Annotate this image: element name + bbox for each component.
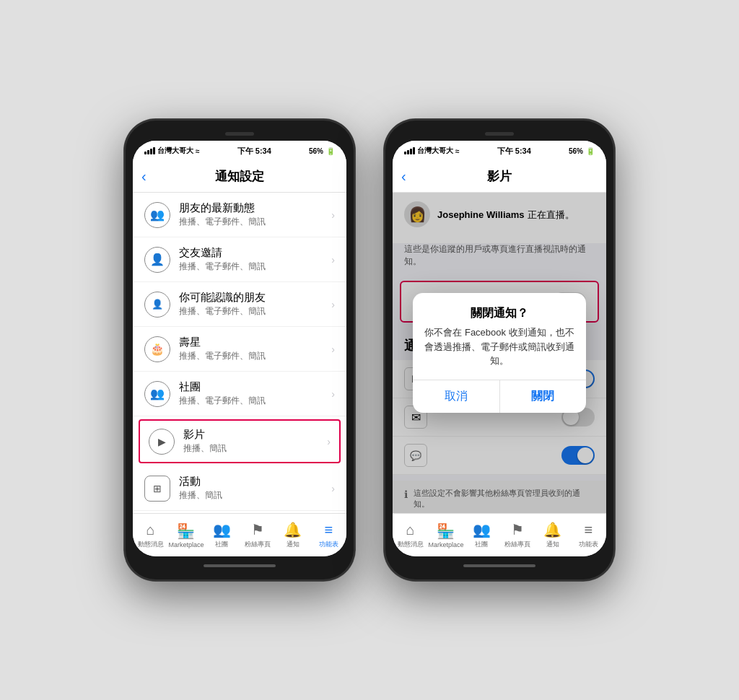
carrier-left: 台灣大哥大 <box>157 146 193 156</box>
tab-groups-label-right: 社團 <box>475 540 488 549</box>
nav-header-left: ‹ 通知設定 <box>133 161 346 193</box>
home-indicator-area-right <box>393 559 606 572</box>
tab-pages-left[interactable]: ⚑ 粉絲專頁 <box>240 514 275 556</box>
settings-item-groups[interactable]: 👥 社團 推播、電子郵件、簡訊 › <box>133 372 346 416</box>
tab-marketplace-right[interactable]: 🏪 Marketplace <box>428 514 463 556</box>
tab-notifications-icon-left: 🔔 <box>284 521 302 538</box>
settings-item-pages-managed[interactable]: ⊡ 你管理的粉絲專頁 推播、電子郵件、簡訊 › <box>133 511 346 513</box>
tab-pages-right[interactable]: ⚑ 粉絲專頁 <box>499 514 535 556</box>
status-left-right: 台灣大哥大 ≈ <box>404 146 460 156</box>
notch-area-right <box>393 128 606 139</box>
friends-activity-icon: 👥 <box>144 202 170 228</box>
settings-text-videos: 影片 推播、簡訊 <box>183 428 327 455</box>
chevron-friends: › <box>331 209 335 221</box>
status-left-left: 台灣大哥大 ≈ <box>144 146 200 156</box>
groups-sublabel: 推播、電子郵件、簡訊 <box>179 395 331 407</box>
tab-pages-icon-right: ⚑ <box>511 521 524 538</box>
people-know-label: 你可能認識的朋友 <box>179 291 331 305</box>
speaker-left <box>225 132 254 136</box>
screen-right: 台灣大哥大 ≈ 下午 5:34 56% 🔋 ‹ 影片 👩 <box>393 141 606 556</box>
birthdays-label: 壽星 <box>179 336 331 349</box>
people-know-icon: 👤 <box>144 292 170 318</box>
tab-notifications-right[interactable]: 🔔 通知 <box>535 514 570 556</box>
chevron-videos: › <box>327 436 331 447</box>
tab-notifications-left[interactable]: 🔔 通知 <box>275 514 310 556</box>
invitations-label: 交友邀請 <box>179 246 331 260</box>
chevron-birthdays: › <box>331 344 335 355</box>
dialog-buttons: 取消 關閉 <box>413 380 586 413</box>
settings-list-left: 👥 朋友的最新動態 推播、電子郵件、簡訊 › 👤 交友邀請 推播、電子郵件、簡訊 <box>133 193 346 513</box>
tab-groups-icon-right: 👥 <box>473 521 491 538</box>
settings-item-people-know[interactable]: 👤 你可能認識的朋友 推播、電子郵件、簡訊 › <box>133 282 346 327</box>
tab-marketplace-label-left: Marketplace <box>168 541 204 548</box>
tab-groups-left[interactable]: 👥 社團 <box>204 514 240 556</box>
dialog-confirm-button[interactable]: 關閉 <box>499 380 587 413</box>
tab-groups-right[interactable]: 👥 社團 <box>464 514 499 556</box>
tab-marketplace-label-right: Marketplace <box>428 541 463 548</box>
tab-pages-icon-left: ⚑ <box>251 521 264 538</box>
right-phone: 台灣大哥大 ≈ 下午 5:34 56% 🔋 ‹ 影片 👩 <box>384 119 615 581</box>
tab-home-icon-right: ⌂ <box>406 522 415 538</box>
time-left: 下午 5:34 <box>237 146 271 157</box>
phones-container: 台灣大哥大 ≈ 下午 5:34 56% 🔋 ‹ 通知設定 👥 <box>110 105 629 595</box>
nav-title-right: 影片 <box>487 168 512 185</box>
friends-activity-label: 朋友的最新動態 <box>179 201 331 215</box>
status-bar-right: 台灣大哥大 ≈ 下午 5:34 56% 🔋 <box>393 141 606 161</box>
speaker-right <box>485 132 514 136</box>
back-button-right[interactable]: ‹ <box>401 168 406 185</box>
settings-item-events[interactable]: ⊞ 活動 推播、簡訊 › <box>133 466 346 511</box>
chevron-people-know: › <box>331 299 335 310</box>
groups-label: 社團 <box>179 380 331 394</box>
settings-item-invitations[interactable]: 👤 交友邀請 推播、電子郵件、簡訊 › <box>133 237 346 282</box>
tab-bar-left: ⌂ 動態消息 🏪 Marketplace 👥 社團 ⚑ 粉絲專頁 🔔 <box>133 513 346 556</box>
invitations-sublabel: 推播、電子郵件、簡訊 <box>179 261 331 273</box>
home-indicator-left <box>204 564 276 567</box>
tab-menu-icon-right: ≡ <box>584 522 592 538</box>
videos-icon: ▶ <box>149 429 175 455</box>
tab-menu-label-left: 功能表 <box>319 540 338 549</box>
tab-menu-right[interactable]: ≡ 功能表 <box>571 514 606 556</box>
tab-bar-right: ⌂ 動態消息 🏪 Marketplace 👥 社團 ⚑ 粉絲專頁 🔔 <box>393 513 606 556</box>
settings-item-friends-activity[interactable]: 👥 朋友的最新動態 推播、電子郵件、簡訊 › <box>133 193 346 237</box>
time-right: 下午 5:34 <box>497 146 531 157</box>
tab-menu-left[interactable]: ≡ 功能表 <box>311 514 346 556</box>
screen-content-right[interactable]: 👩 Josephine Williams 正在直播。 這些是你追蹤的用戶或專頁進… <box>393 193 606 513</box>
carrier-right: 台灣大哥大 <box>417 146 453 156</box>
tab-menu-label-right: 功能表 <box>579 540 598 549</box>
tab-groups-label-left: 社團 <box>215 540 228 549</box>
tab-marketplace-left[interactable]: 🏪 Marketplace <box>168 514 204 556</box>
signal-icon-right <box>404 147 415 154</box>
tab-home-right[interactable]: ⌂ 動態消息 <box>393 514 428 556</box>
videos-sublabel: 推播、簡訊 <box>183 442 327 455</box>
left-phone: 台灣大哥大 ≈ 下午 5:34 56% 🔋 ‹ 通知設定 👥 <box>124 119 355 581</box>
tab-marketplace-icon-right: 🏪 <box>437 522 455 540</box>
chevron-invitations: › <box>331 254 335 266</box>
tab-home-left[interactable]: ⌂ 動態消息 <box>133 514 168 556</box>
friends-activity-sublabel: 推播、電子郵件、簡訊 <box>179 216 331 228</box>
groups-icon: 👥 <box>144 381 170 407</box>
tab-notifications-icon-right: 🔔 <box>543 521 561 538</box>
settings-item-videos[interactable]: ▶ 影片 推播、簡訊 › <box>139 419 341 463</box>
battery-icon-right: 🔋 <box>586 147 595 155</box>
battery-icon-left: 🔋 <box>326 147 335 155</box>
events-sublabel: 推播、簡訊 <box>179 489 331 502</box>
birthdays-icon: 🎂 <box>144 336 170 362</box>
settings-text-people-know: 你可能認識的朋友 推播、電子郵件、簡訊 <box>179 291 331 318</box>
chevron-groups: › <box>331 388 335 400</box>
status-right-left: 56% 🔋 <box>309 147 335 155</box>
tab-pages-label-left: 粉絲專頁 <box>245 540 271 549</box>
notch-area-left <box>133 128 346 139</box>
settings-scroll-left[interactable]: 👥 朋友的最新動態 推播、電子郵件、簡訊 › 👤 交友邀請 推播、電子郵件、簡訊 <box>133 193 346 513</box>
videos-label: 影片 <box>183 428 327 442</box>
home-indicator-right <box>463 564 535 567</box>
dialog-cancel-button[interactable]: 取消 <box>413 380 499 413</box>
back-button-left[interactable]: ‹ <box>141 168 147 185</box>
status-right-right: 56% 🔋 <box>569 147 595 155</box>
tab-home-label-left: 動態消息 <box>138 540 164 549</box>
battery-left: 56% <box>309 147 323 155</box>
home-indicator-area-left <box>133 559 346 572</box>
dialog-title: 關閉通知？ <box>413 293 586 325</box>
chevron-events: › <box>331 483 335 494</box>
tab-notifications-label-left: 通知 <box>287 540 299 549</box>
settings-item-birthdays[interactable]: 🎂 壽星 推播、電子郵件、簡訊 › <box>133 327 346 372</box>
